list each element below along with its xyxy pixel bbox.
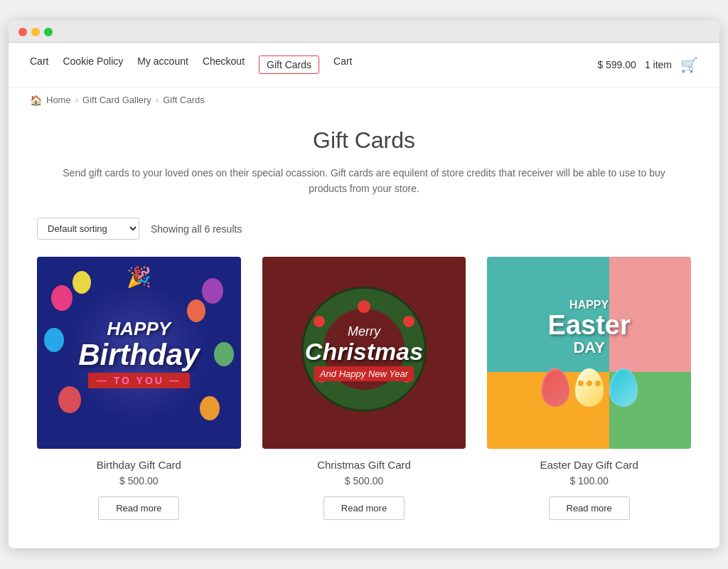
christmas-text-overlay: Merry Christmas And Happy New Year <box>293 324 435 381</box>
product-card-easter: HAPPY Easter DAY <box>487 257 691 520</box>
product-price-easter: $ 100.00 <box>569 475 609 486</box>
cart-basket-icon[interactable]: 🛒 <box>680 56 698 73</box>
breadcrumb-gallery[interactable]: Gift Card Gallery <box>82 95 151 105</box>
birthday-happy-text: HAPPY <box>78 318 199 340</box>
breadcrumb-current: Gift Cards <box>163 95 205 105</box>
product-card-christmas: Merry Christmas And Happy New Year Chris… <box>262 257 466 520</box>
cart-item-count: 1 item <box>645 59 672 70</box>
breadcrumb-home[interactable]: Home <box>46 95 71 105</box>
toolbar: Default sorting Showing all 6 results <box>37 218 691 240</box>
product-name-birthday: Birthday Gift Card <box>97 459 181 471</box>
christmas-sub-text: And Happy New Year <box>314 366 414 381</box>
christmas-card-artwork: Merry Christmas And Happy New Year <box>262 257 466 449</box>
product-price-christmas: $ 500.00 <box>345 475 384 486</box>
easter-main-text: Easter <box>548 312 631 339</box>
easter-egg-white <box>575 368 604 407</box>
breadcrumb: 🏠 Home › Gift Card Gallery › Gift Cards <box>9 87 719 113</box>
nav-bar: Cart Cookie Policy My account Checkout G… <box>9 43 719 87</box>
product-name-christmas: Christmas Gift Card <box>317 459 411 471</box>
easter-content: HAPPY Easter DAY <box>487 257 691 449</box>
breadcrumb-sep1: › <box>75 95 78 105</box>
birthday-text: HAPPY Birthday — TO YOU — <box>78 318 199 388</box>
browser-chrome <box>9 21 719 43</box>
results-count: Showing all 6 results <box>151 223 242 235</box>
christmas-wreath: Merry Christmas And Happy New Year <box>304 289 424 417</box>
christmas-merry-text: Merry <box>293 324 435 339</box>
product-image-easter: HAPPY Easter DAY <box>487 257 691 449</box>
read-more-button-christmas[interactable]: Read more <box>323 496 405 520</box>
traffic-light-red[interactable] <box>18 28 27 36</box>
birthday-main-text: Birthday <box>78 340 199 370</box>
product-price-birthday: $ 500.00 <box>119 475 159 486</box>
product-image-christmas: Merry Christmas And Happy New Year <box>262 257 466 449</box>
christmas-main-text: Christmas <box>293 339 435 363</box>
easter-egg-red <box>541 368 569 407</box>
easter-card-artwork: HAPPY Easter DAY <box>487 257 691 449</box>
nav-cookie-policy[interactable]: Cookie Policy <box>63 55 123 74</box>
sort-select[interactable]: Default sorting <box>37 218 139 240</box>
birthday-card-artwork: HAPPY Birthday — TO YOU — 🎉 <box>37 257 241 449</box>
product-card-birthday: HAPPY Birthday — TO YOU — 🎉 Birthday Gif… <box>37 257 241 520</box>
page-description: Send gift cards to your loved ones on th… <box>58 165 670 197</box>
nav-checkout[interactable]: Checkout <box>203 55 245 74</box>
birthday-sub-text: — TO YOU — <box>88 373 190 388</box>
cart-total: $ 599.00 <box>597 59 636 70</box>
traffic-light-green[interactable] <box>44 28 53 36</box>
easter-eggs <box>541 368 638 407</box>
easter-day-text: DAY <box>548 339 631 357</box>
product-name-easter: Easter Day Gift Card <box>540 459 638 471</box>
home-icon: 🏠 <box>30 95 42 106</box>
nav-cart1[interactable]: Cart <box>30 55 48 74</box>
browser-body: Cart Cookie Policy My account Checkout G… <box>9 43 719 549</box>
breadcrumb-sep2: › <box>156 95 159 105</box>
read-more-button-easter[interactable]: Read more <box>549 496 630 520</box>
product-grid: HAPPY Birthday — TO YOU — 🎉 Birthday Gif… <box>37 257 691 520</box>
easter-egg-teal <box>609 368 638 407</box>
traffic-lights <box>18 28 710 36</box>
read-more-button-birthday[interactable]: Read more <box>98 496 179 520</box>
easter-text: HAPPY Easter DAY <box>548 299 631 357</box>
main-content: Gift Cards Send gift cards to your loved… <box>9 113 719 549</box>
page-title: Gift Cards <box>37 127 691 154</box>
nav-right: $ 599.00 1 item 🛒 <box>597 56 698 73</box>
nav-links: Cart Cookie Policy My account Checkout G… <box>30 55 580 74</box>
browser-window: Cart Cookie Policy My account Checkout G… <box>9 21 719 549</box>
nav-gift-cards[interactable]: Gift Cards <box>259 55 319 74</box>
traffic-light-yellow[interactable] <box>31 28 40 36</box>
nav-my-account[interactable]: My account <box>137 55 188 74</box>
nav-cart2[interactable]: Cart <box>333 55 352 74</box>
product-image-birthday: HAPPY Birthday — TO YOU — 🎉 <box>37 257 241 449</box>
